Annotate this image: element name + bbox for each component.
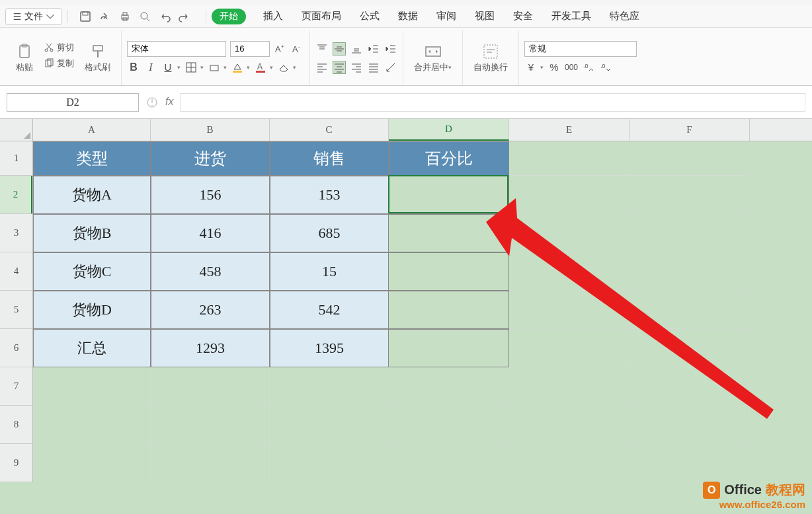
cell-3-F[interactable] (629, 214, 750, 252)
cell-8-A[interactable] (33, 406, 151, 444)
tab-view[interactable]: 视图 (473, 7, 496, 25)
cell-2-F[interactable] (629, 176, 750, 214)
justify-icon[interactable] (367, 61, 380, 74)
column-header-A[interactable]: A (33, 119, 151, 141)
table-header-1[interactable]: 进货 (151, 141, 270, 176)
cell-9-B[interactable] (151, 444, 270, 482)
cell-pct-3[interactable] (389, 291, 509, 329)
cell-in-0[interactable]: 156 (151, 176, 270, 214)
cell-7-D[interactable] (389, 367, 509, 406)
cell-7-F[interactable] (629, 367, 750, 406)
row-header-1[interactable]: 1 (0, 141, 32, 176)
cell-9-C[interactable] (270, 444, 389, 482)
paste-button[interactable]: 粘贴 (11, 40, 38, 76)
decrease-decimal-icon[interactable]: .0 (599, 61, 612, 74)
row-header-9[interactable]: 9 (0, 444, 32, 482)
cut-button[interactable]: 剪切 (41, 40, 77, 55)
tab-home[interactable]: 开始 (212, 9, 246, 24)
cell-9-A[interactable] (33, 444, 151, 482)
table-header-0[interactable]: 类型 (33, 141, 151, 176)
cell-8-C[interactable] (270, 406, 389, 444)
fill-color-icon[interactable] (231, 61, 244, 74)
cell-out-2[interactable]: 15 (270, 252, 389, 291)
name-box[interactable]: D2 (7, 93, 139, 112)
column-header-D[interactable]: D (389, 119, 509, 141)
row-header-6[interactable]: 6 (0, 329, 32, 367)
cell-pct-0[interactable] (389, 176, 509, 214)
fx-cancel-icon[interactable] (145, 96, 159, 109)
cell-label-2[interactable]: 货物C (33, 252, 151, 291)
cell-in-1[interactable]: 416 (151, 214, 270, 252)
cell-label-4[interactable]: 汇总 (33, 329, 151, 367)
cell-in-4[interactable]: 1293 (151, 329, 270, 367)
cell-label-0[interactable]: 货物A (33, 176, 151, 214)
save-icon[interactable] (79, 10, 92, 23)
decrease-font-icon[interactable]: A- (291, 42, 304, 55)
row-header-2[interactable]: 2 (0, 176, 32, 214)
undo-icon[interactable] (158, 10, 171, 23)
cell-pct-1[interactable] (389, 214, 509, 252)
cell-5-F[interactable] (629, 291, 750, 329)
cell-label-3[interactable]: 货物D (33, 291, 151, 329)
font-color-icon[interactable]: A (254, 61, 267, 74)
row-header-5[interactable]: 5 (0, 291, 32, 329)
cell-pct-4[interactable] (389, 329, 509, 367)
tab-data[interactable]: 数据 (397, 7, 419, 25)
tab-review[interactable]: 审阅 (435, 7, 458, 25)
tab-formula[interactable]: 公式 (358, 7, 381, 25)
comma-icon[interactable]: 000 (565, 61, 578, 74)
column-header-E[interactable]: E (509, 119, 629, 141)
underline-icon[interactable]: U (161, 61, 175, 74)
orientation-icon[interactable] (384, 61, 397, 74)
cell-9-F[interactable] (629, 444, 750, 482)
cell-7-B[interactable] (151, 367, 270, 406)
column-header-C[interactable]: C (270, 119, 389, 141)
cell-4-E[interactable] (509, 252, 629, 291)
align-top-icon[interactable] (315, 42, 329, 55)
cell-in-2[interactable]: 458 (151, 252, 270, 291)
tab-special[interactable]: 特色应 (608, 7, 641, 25)
currency-icon[interactable]: ¥ (524, 61, 538, 74)
row-header-3[interactable]: 3 (0, 214, 32, 252)
print-icon[interactable] (118, 10, 132, 23)
align-left-icon[interactable] (315, 61, 329, 74)
cell-9-E[interactable] (509, 444, 629, 482)
percent-icon[interactable]: % (548, 61, 561, 74)
number-format-select[interactable]: 常规 (524, 41, 637, 57)
formula-input[interactable] (180, 93, 805, 112)
cell-4-F[interactable] (629, 252, 750, 291)
tab-developer[interactable]: 开发工具 (550, 7, 592, 25)
cell-3-E[interactable] (509, 214, 629, 252)
column-header-B[interactable]: B (151, 119, 270, 141)
cell-1-E[interactable] (509, 141, 629, 176)
wrap-text-button[interactable]: 自动换行 (468, 40, 513, 76)
eraser-icon[interactable] (277, 61, 290, 74)
cell-out-3[interactable]: 542 (270, 291, 389, 329)
cell-7-A[interactable] (33, 367, 151, 406)
cell-1-F[interactable] (629, 141, 750, 176)
cell-pct-2[interactable] (389, 252, 509, 291)
cell-2-E[interactable] (509, 176, 629, 214)
cell-6-F[interactable] (629, 329, 750, 367)
tab-security[interactable]: 安全 (512, 7, 534, 25)
cell-8-D[interactable] (389, 406, 509, 444)
cell-grid[interactable]: 类型进货销售百分比货物A156153货物B416685货物C45815货物D26… (33, 141, 750, 482)
tab-page-layout[interactable]: 页面布局 (300, 7, 343, 25)
decrease-indent-icon[interactable] (367, 42, 380, 55)
copy-button[interactable]: 复制 (41, 56, 77, 71)
align-right-icon[interactable] (350, 61, 363, 74)
cell-7-E[interactable] (509, 367, 629, 406)
increase-indent-icon[interactable] (384, 42, 397, 55)
select-all-corner[interactable] (0, 119, 33, 141)
cell-8-E[interactable] (509, 406, 629, 444)
cell-out-4[interactable]: 1395 (270, 329, 389, 367)
cell-9-D[interactable] (389, 444, 509, 482)
merge-center-button[interactable]: 合并居中▾ (409, 40, 457, 76)
file-menu-button[interactable]: 文件 (5, 8, 62, 25)
italic-icon[interactable]: I (144, 61, 157, 74)
row-header-7[interactable]: 7 (0, 367, 32, 406)
border-icon[interactable] (184, 61, 198, 74)
save-as-icon[interactable] (99, 10, 112, 23)
row-header-8[interactable]: 8 (0, 406, 32, 444)
column-header-F[interactable]: F (629, 119, 750, 141)
